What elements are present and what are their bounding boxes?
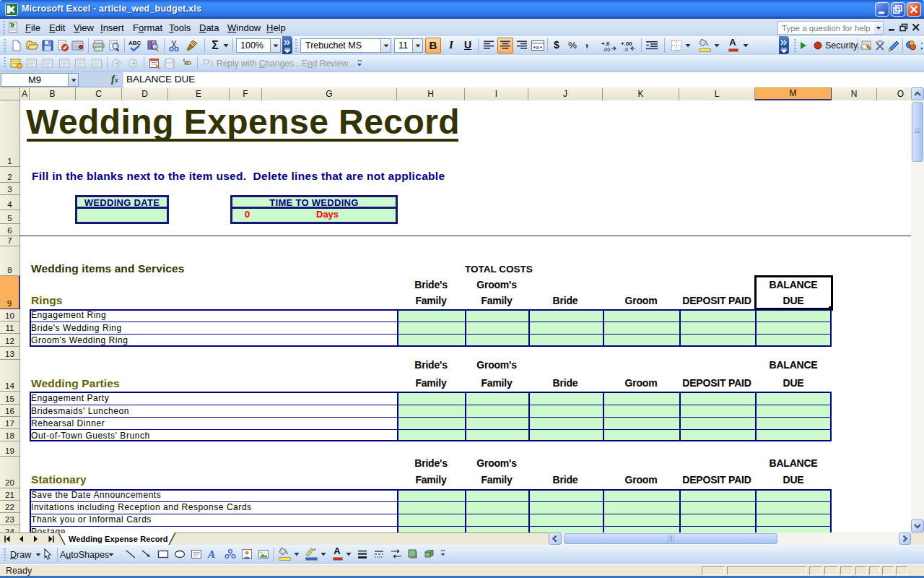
svg-text:A: A [207, 548, 215, 560]
svg-text:ABC: ABC [128, 40, 141, 46]
svg-text:.0: .0 [624, 46, 628, 53]
svg-text:.00: .00 [603, 46, 610, 53]
svg-text:a: a [536, 44, 539, 51]
